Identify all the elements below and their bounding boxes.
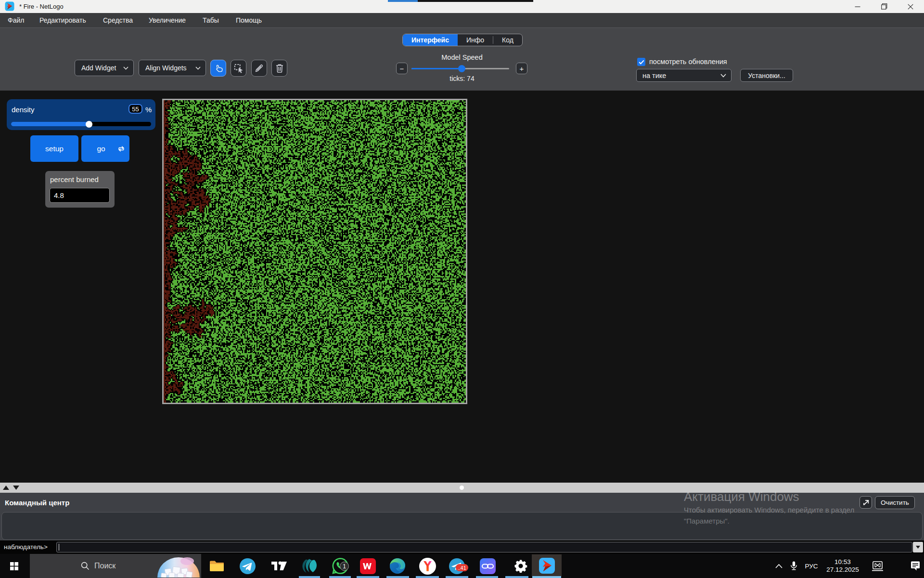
- whatsapp-badge: 1: [340, 562, 349, 571]
- background-window-strip-black: [418, 0, 533, 2]
- taskbar-search[interactable]: Поиск: [30, 554, 201, 578]
- tab-code[interactable]: Код: [493, 34, 522, 46]
- tray-microphone[interactable]: [787, 554, 800, 578]
- taskbar-icon-file-explorer[interactable]: [206, 554, 227, 578]
- world-view[interactable]: [162, 99, 467, 404]
- density-value-box[interactable]: 55: [128, 104, 142, 114]
- world-canvas[interactable]: [164, 100, 466, 403]
- windows-activation-watermark-line3: "Параметры".: [684, 517, 730, 525]
- tray-screen-cast[interactable]: [866, 554, 888, 578]
- interact-tool-button[interactable]: [210, 60, 226, 77]
- tray-notifications[interactable]: [907, 554, 924, 578]
- taskbar-icon-tradingview[interactable]: [269, 554, 290, 578]
- trash-icon: [275, 64, 284, 73]
- splitter-handle-dot[interactable]: [460, 486, 464, 490]
- running-indicator-whatsapp: [329, 576, 351, 578]
- screen-cast-icon: [872, 561, 884, 571]
- title-bar: * Fire - NetLogo: [0, 0, 924, 13]
- running-indicator-telegram-alt: [446, 576, 468, 578]
- collapse-down-icon[interactable]: [13, 486, 19, 490]
- menu-tabs[interactable]: Табы: [203, 13, 219, 27]
- close-button[interactable]: [900, 0, 921, 13]
- telegram-badge: ..41: [456, 564, 468, 571]
- restore-button[interactable]: [873, 0, 895, 13]
- taskbar-icon-telegram[interactable]: [237, 554, 258, 578]
- add-widget-dropdown[interactable]: Add Widget: [75, 60, 134, 76]
- command-center-export-button[interactable]: [860, 496, 872, 509]
- edit-tool-button[interactable]: [251, 60, 267, 77]
- align-widgets-dropdown[interactable]: Align Widgets: [139, 60, 206, 76]
- tab-interface[interactable]: Интерфейс: [403, 34, 458, 46]
- density-label: density: [12, 105, 35, 114]
- wave-icon: [301, 558, 318, 574]
- tray-language-indicator[interactable]: РУС: [802, 554, 821, 578]
- edge-icon: [389, 558, 406, 574]
- menu-help[interactable]: Помощь: [236, 13, 262, 27]
- command-input[interactable]: [56, 542, 912, 552]
- chevron-down-icon: [123, 66, 128, 70]
- taskbar-icon-wps-office[interactable]: [357, 554, 378, 578]
- text-caret: [59, 544, 59, 551]
- taskbar-icon-edge[interactable]: [387, 554, 408, 578]
- setup-button[interactable]: setup: [30, 135, 78, 162]
- running-indicator-yandex: [416, 576, 439, 578]
- chevron-down-icon: [720, 74, 726, 78]
- running-indicator-edge: [386, 576, 409, 578]
- monitor-value: 4.8: [50, 188, 110, 203]
- tab-info[interactable]: Инфо: [458, 34, 493, 46]
- speed-minus-button[interactable]: −: [396, 63, 408, 74]
- tray-clock[interactable]: 10:53 27.12.2025: [824, 554, 861, 578]
- taskbar-icon-settings[interactable]: [510, 554, 531, 578]
- taskbar-icon-telegram-alt[interactable]: ..41: [446, 554, 467, 578]
- model-speed-label: Model Speed: [411, 53, 513, 61]
- taskbar-tile-netlogo[interactable]: [532, 554, 562, 576]
- taskbar-icon-wave[interactable]: [299, 554, 320, 578]
- tray-chevron-button[interactable]: [771, 554, 786, 578]
- wps-office-icon: [360, 558, 376, 574]
- update-mode-dropdown[interactable]: на тике: [636, 69, 732, 82]
- observer-prompt: наблюдатель>: [4, 540, 48, 554]
- collapse-up-icon[interactable]: [3, 486, 9, 490]
- search-icon: [81, 562, 90, 570]
- windows-activation-watermark-line2: Чтобы активировать Windows, перейдите в …: [684, 506, 854, 514]
- tray-date: 27.12.2025: [826, 566, 859, 574]
- settings-button[interactable]: Установки...: [740, 69, 793, 82]
- windows-taskbar: Поиск: [0, 554, 924, 578]
- taskbar-icon-yandex-browser[interactable]: [417, 554, 438, 578]
- notifications-icon: [910, 561, 921, 571]
- export-icon: [862, 499, 870, 506]
- speed-slider-thumb[interactable]: [458, 65, 465, 72]
- checkmark-icon: [639, 60, 644, 65]
- menu-file[interactable]: Файл: [8, 13, 24, 27]
- taskbar-icon-link-app[interactable]: [477, 554, 498, 578]
- menu-zoom[interactable]: Увеличение: [149, 13, 186, 27]
- menu-bar: Файл Редактировать Средства Увеличение Т…: [0, 13, 924, 27]
- gear-icon: [513, 559, 528, 573]
- clear-button[interactable]: Очистить: [875, 496, 915, 509]
- search-highlights-icon[interactable]: [156, 554, 201, 578]
- menu-tools[interactable]: Средства: [103, 13, 133, 27]
- speed-plus-button[interactable]: +: [516, 63, 527, 74]
- delete-tool-button[interactable]: [271, 60, 287, 77]
- running-indicator-netlogo: [532, 576, 561, 578]
- align-widgets-label: Align Widgets: [145, 64, 187, 72]
- start-button[interactable]: [4, 554, 24, 578]
- windows-logo-icon: [10, 562, 18, 570]
- tradingview-icon: [271, 561, 287, 571]
- taskbar-icon-whatsapp[interactable]: 1: [330, 554, 351, 578]
- update-mode-value: на тике: [642, 72, 666, 79]
- microphone-icon: [791, 561, 797, 571]
- command-history-button[interactable]: [913, 542, 923, 552]
- density-slider-thumb[interactable]: [86, 121, 92, 128]
- link-icon: [480, 558, 496, 574]
- view-updates-checkbox[interactable]: [637, 58, 645, 66]
- select-tool-button[interactable]: [231, 60, 246, 77]
- menu-edit[interactable]: Редактировать: [39, 13, 86, 27]
- go-button[interactable]: go: [81, 135, 129, 162]
- minimize-button[interactable]: [847, 0, 868, 13]
- density-slider-widget[interactable]: density 55 %: [7, 99, 155, 130]
- toolbar: Интерфейс Инфо Код Add Widget Align Widg…: [0, 27, 924, 91]
- close-icon: [908, 4, 913, 10]
- density-slider-fill: [11, 122, 91, 126]
- telegram-icon: [240, 558, 256, 574]
